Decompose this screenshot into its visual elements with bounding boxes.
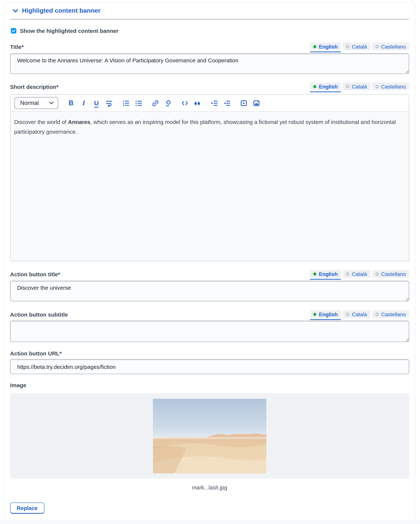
ordered-list-icon[interactable]: 123	[122, 99, 130, 107]
editor-toolbar: Normal B I U	[10, 95, 409, 112]
lang-tab-english[interactable]: English	[310, 43, 341, 50]
radio-circle-icon	[346, 45, 349, 48]
show-banner-checkbox[interactable]	[11, 28, 16, 34]
chevron-down-icon[interactable]	[13, 9, 18, 13]
language-tabs: English Català Castellano	[310, 43, 409, 50]
action-button-url-label: Action button URL*	[10, 350, 62, 357]
radio-circle-icon	[376, 45, 378, 48]
image-icon[interactable]	[252, 99, 260, 107]
italic-icon[interactable]: I	[80, 99, 88, 107]
unordered-list-icon[interactable]	[135, 99, 143, 107]
radio-circle-icon	[376, 313, 378, 316]
underline-icon[interactable]: U	[92, 99, 100, 107]
radio-circle-icon	[376, 85, 378, 88]
banner-image-preview	[153, 399, 266, 473]
lang-tab-castellano[interactable]: Castellano	[372, 270, 409, 278]
video-embed-icon[interactable]	[240, 99, 248, 107]
radio-circle-icon	[346, 313, 349, 316]
page: Highligted content banner Show the highl…	[0, 0, 420, 524]
editor-content[interactable]: Discover the world of Annares, which ser…	[10, 112, 409, 261]
image-filename: mark...lash.jpg	[10, 485, 409, 491]
lang-tab-catala[interactable]: Català	[343, 82, 370, 90]
lang-tab-catala[interactable]: Català	[343, 310, 370, 318]
radio-circle-icon	[346, 272, 349, 275]
highlighted-banner-settings-card: Highligted content banner Show the highl…	[4, 1, 415, 520]
radio-circle-icon	[346, 85, 349, 88]
svg-text:3: 3	[123, 104, 124, 106]
indent-increase-icon[interactable]	[210, 99, 218, 107]
image-preview-box	[10, 393, 409, 479]
lang-tab-catala[interactable]: Català	[343, 43, 370, 50]
chevron-down-icon	[49, 102, 54, 105]
lang-tab-castellano[interactable]: Castellano	[372, 82, 409, 90]
replace-button[interactable]: Replace	[10, 503, 44, 514]
image-label: Image	[10, 382, 26, 389]
header-divider	[10, 19, 409, 19]
lang-tab-castellano[interactable]: Castellano	[372, 310, 409, 318]
lang-tab-catala[interactable]: Català	[343, 270, 370, 278]
title-label: Title*	[10, 44, 24, 50]
lang-tab-castellano[interactable]: Castellano	[372, 43, 409, 50]
link-icon[interactable]	[151, 99, 159, 107]
show-banner-label[interactable]: Show the highlighted content banner	[20, 28, 118, 34]
action-button-subtitle-label: Action button subtitle	[10, 311, 68, 318]
action-button-title-label: Action button title*	[10, 271, 60, 278]
page-bottom-strip	[0, 520, 420, 524]
lang-tab-english[interactable]: English	[310, 270, 341, 278]
language-tabs: English Català Castellano	[310, 270, 409, 278]
code-view-icon[interactable]	[181, 99, 189, 107]
action-button-url-input[interactable]	[10, 359, 409, 374]
rich-text-editor: Normal B I U	[10, 95, 409, 261]
active-dot-icon	[313, 45, 316, 48]
language-tabs: English Català Castellano	[310, 310, 409, 318]
quote-icon[interactable]	[193, 99, 202, 107]
active-dot-icon	[313, 85, 316, 88]
action-button-subtitle-group: Action button subtitle English Català Ca…	[10, 310, 409, 342]
show-banner-row: Show the highlighted content banner	[10, 28, 409, 34]
title-field-group: Title* English Català Castellano Welcome…	[10, 43, 409, 74]
action-button-title-textarea[interactable]: Discover the universe	[10, 281, 409, 301]
lang-tab-english[interactable]: English	[310, 82, 341, 90]
section-header[interactable]: Highligted content banner	[10, 2, 409, 19]
text-wrap-icon[interactable]	[105, 99, 113, 107]
format-select[interactable]: Normal	[15, 97, 58, 109]
language-tabs: English Català Castellano	[310, 82, 409, 90]
bold-icon[interactable]: B	[67, 99, 75, 107]
radio-circle-icon	[376, 272, 378, 275]
action-button-subtitle-textarea[interactable]	[10, 321, 409, 342]
short-description-group: Short description* English Català Castel…	[10, 82, 409, 261]
action-button-title-group: Action button title* English Català Cast…	[10, 270, 409, 301]
active-dot-icon	[313, 313, 316, 316]
eraser-icon[interactable]	[164, 99, 172, 107]
short-description-label: Short description*	[10, 84, 59, 90]
title-textarea[interactable]: Welcome to the Annares Universe: A Visio…	[10, 53, 409, 74]
bold-text: Annares	[68, 119, 90, 125]
image-group: Image	[10, 382, 409, 514]
indent-decrease-icon[interactable]	[223, 99, 231, 107]
lang-tab-english[interactable]: English	[310, 310, 341, 318]
active-dot-icon	[313, 272, 316, 275]
action-button-url-group: Action button URL*	[10, 350, 409, 374]
section-title: Highligted content banner	[22, 7, 101, 15]
